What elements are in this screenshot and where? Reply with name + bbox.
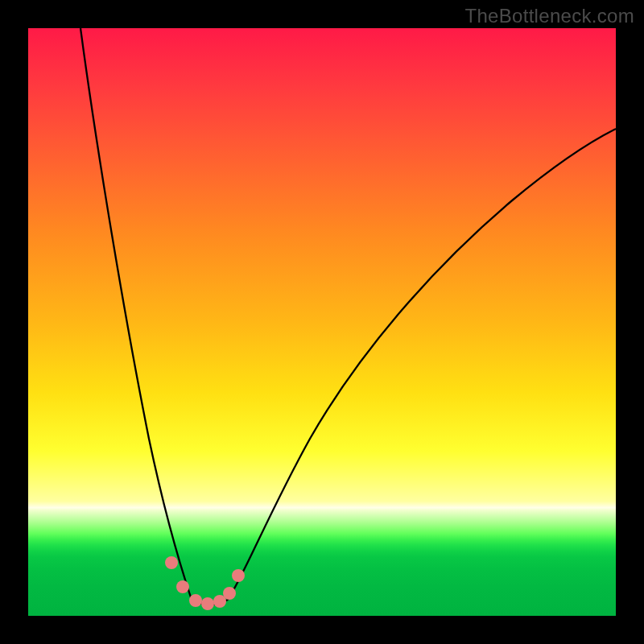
chart-frame: TheBottleneck.com [0, 0, 644, 644]
watermark-text: TheBottleneck.com [464, 5, 634, 27]
curve-right-branch [228, 129, 616, 600]
valley-marker-group [165, 556, 245, 610]
valley-marker [165, 556, 178, 569]
curve-left-branch [80, 28, 192, 600]
valley-marker [232, 569, 245, 582]
valley-marker [176, 580, 189, 593]
chart-svg [28, 28, 616, 616]
valley-marker [223, 587, 236, 600]
valley-marker [201, 597, 214, 610]
valley-marker [189, 594, 202, 607]
